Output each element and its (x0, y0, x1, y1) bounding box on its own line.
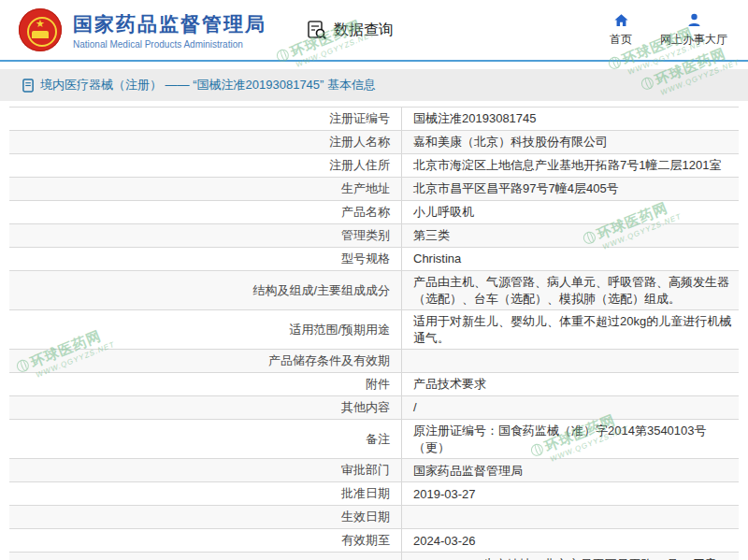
nav-data-query[interactable]: 数据查询 (306, 19, 394, 41)
row-value: 适用于对新生儿、婴幼儿、体重不超过20kg的儿童进行机械通气。 (402, 310, 739, 349)
row-label: 批准日期 (9, 482, 402, 505)
row-label: 产品名称 (9, 201, 402, 223)
row-label: 管理类别 (9, 224, 402, 247)
row-value: 2024-03-26 (402, 530, 739, 553)
row-label: 注册人名称 (9, 131, 402, 153)
table-row: 生产地址北京市昌平区昌平路97号7幢4层405号 (9, 178, 739, 201)
breadcrumb: 境内医疗器械（注册） —— “国械注准20193081745” 基本信息 (0, 69, 748, 101)
nav-service-hall[interactable]: 网上办事大厅 (660, 12, 727, 48)
top-nav: 首页 网上办事大厅 (610, 12, 727, 48)
row-label: 产品储存条件及有效期 (9, 350, 402, 372)
nav-home-label: 首页 (610, 32, 632, 48)
data-query-icon (306, 19, 328, 41)
row-label: 注册证编号 (9, 108, 402, 130)
table-row: 变更情况2017-12-21 “生产地址：北京市昌平区昌平路97号3#厂房一层4… (9, 553, 739, 560)
table-row: 生效日期 (9, 506, 739, 529)
change-record-line: 2017-12-21 “生产地址：北京市昌平区昌平路97号3#厂房一层4号、4层… (413, 556, 739, 560)
page: 国家药品监督管理局 National Medical Products Admi… (0, 0, 748, 560)
row-value: 2017-12-21 “生产地址：北京市昌平区昌平路97号3#厂房一层4号、4层… (402, 553, 739, 560)
table-row: 其他内容/ (9, 396, 739, 420)
org-name-cn: 国家药品监督管理局 (73, 11, 266, 37)
table-row: 注册人名称嘉和美康（北京）科技股份有限公司 (9, 131, 739, 154)
table-row: 产品储存条件及有效期 (9, 350, 739, 373)
table-row: 结构及组成/主要组成成分产品由主机、气源管路、病人单元、呼吸管路、高频发生器（选… (9, 271, 739, 310)
row-label: 型号规格 (9, 248, 402, 270)
row-value: 嘉和美康（北京）科技股份有限公司 (402, 131, 739, 153)
row-label: 注册人住所 (9, 154, 402, 177)
table-row: 附件产品技术要求 (9, 373, 739, 396)
person-icon (686, 12, 702, 28)
table-row: 审批部门国家药品监督管理局 (9, 459, 739, 482)
row-value: 原注册证编号：国食药监械（准）字2014第3540103号（更） (402, 420, 739, 458)
row-value: 国家药品监督管理局 (402, 460, 739, 482)
org-name-en: National Medical Products Administration (73, 39, 266, 50)
row-value: 产品技术要求 (402, 373, 739, 395)
row-value: 北京市海淀区上地信息产业基地开拓路7号1幢二层1201室 (402, 154, 739, 177)
row-label: 生效日期 (9, 506, 402, 528)
row-label: 生产地址 (9, 178, 402, 200)
row-label: 附件 (9, 373, 402, 395)
breadcrumb-text: 境内医疗器械（注册） —— “国械注准20193081745” 基本信息 (40, 77, 376, 93)
data-query-label: 数据查询 (334, 21, 394, 40)
row-value: 2019-03-27 (402, 483, 739, 506)
row-label: 有效期至 (9, 529, 402, 552)
row-label: 变更情况 (9, 553, 402, 560)
table-row: 管理类别第三类 (9, 224, 739, 248)
header: 国家药品监督管理局 National Medical Products Admi… (0, 0, 748, 62)
row-value (402, 358, 739, 364)
table-row: 产品名称小儿呼吸机 (9, 201, 739, 224)
row-value: 产品由主机、气源管路、病人单元、呼吸管路、高频发生器（选配）、台车（选配）、模拟… (402, 271, 739, 309)
nav-hall-label: 网上办事大厅 (660, 32, 727, 48)
row-value: 小儿呼吸机 (402, 201, 739, 223)
row-label: 其他内容 (9, 396, 402, 419)
table-row: 备注原注册证编号：国食药监械（准）字2014第3540103号（更） (9, 420, 739, 459)
row-label: 备注 (9, 420, 402, 458)
info-table: 注册证编号国械注准20193081745注册人名称嘉和美康（北京）科技股份有限公… (9, 107, 739, 560)
nav-home[interactable]: 首页 (610, 12, 632, 48)
row-label: 适用范围/预期用途 (9, 310, 402, 349)
national-emblem-logo (19, 8, 62, 51)
row-value: 国械注准20193081745 (402, 108, 739, 130)
row-label: 审批部门 (9, 459, 402, 481)
row-value: 第三类 (402, 224, 739, 247)
org-title-block: 国家药品监督管理局 National Medical Products Admi… (73, 11, 266, 50)
row-value: 北京市昌平区昌平路97号7幢4层405号 (402, 178, 739, 200)
row-value: Christina (402, 248, 739, 270)
row-label: 结构及组成/主要组成成分 (9, 271, 402, 309)
table-row: 型号规格Christina (9, 248, 739, 271)
row-value: / (402, 396, 739, 419)
document-icon (22, 79, 35, 93)
table-row: 有效期至2024-03-26 (9, 529, 739, 553)
table-row: 批准日期2019-03-27 (9, 482, 739, 506)
table-row: 适用范围/预期用途适用于对新生儿、婴幼儿、体重不超过20kg的儿童进行机械通气。 (9, 310, 739, 350)
table-row: 注册证编号国械注准20193081745 (9, 108, 739, 131)
home-icon (613, 12, 629, 28)
row-value (402, 514, 739, 520)
table-row: 注册人住所北京市海淀区上地信息产业基地开拓路7号1幢二层1201室 (9, 154, 739, 178)
